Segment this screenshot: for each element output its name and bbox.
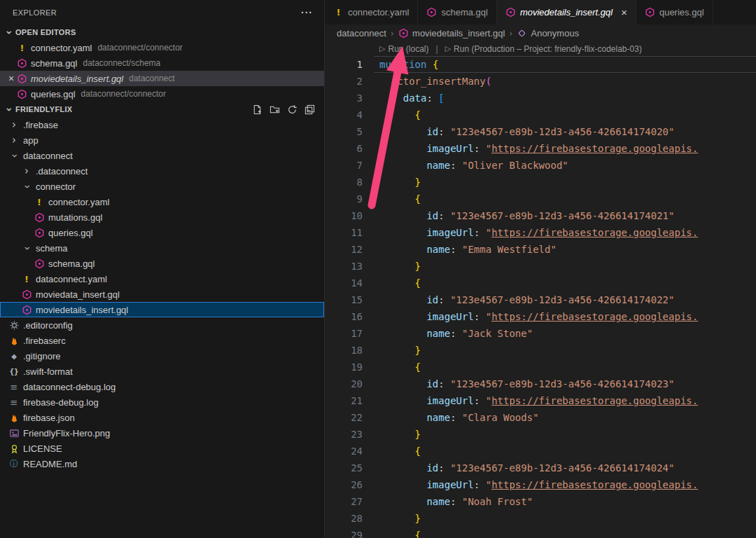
tree-item-app[interactable]: ›app bbox=[0, 132, 324, 148]
tree-item-.dataconnect[interactable]: ›.dataconnect bbox=[0, 163, 324, 179]
line-number[interactable]: 8 bbox=[325, 174, 363, 191]
tree-item-mutations.gql[interactable]: mutations.gql bbox=[0, 209, 324, 225]
line-number[interactable]: 5 bbox=[325, 123, 363, 140]
tree-item-README.md[interactable]: ⓘREADME.md bbox=[0, 456, 324, 471]
code-line[interactable]: 6 imageUrl: "https://firebasestorage.goo… bbox=[325, 140, 756, 157]
open-editor-item[interactable]: ×moviedetails_insert.gqldataconnect bbox=[0, 71, 324, 86]
line-number[interactable]: 18 bbox=[325, 342, 363, 359]
tab-schema.gql[interactable]: schema.gql bbox=[418, 0, 496, 25]
code-line[interactable]: 11 imageUrl: "https://firebasestorage.go… bbox=[325, 224, 756, 241]
code-line[interactable]: 24 { bbox=[325, 443, 756, 460]
line-number[interactable]: 21 bbox=[325, 392, 363, 409]
line-number[interactable]: 29 bbox=[325, 527, 363, 538]
workspace-header[interactable]: › FRIENDLYFLIX bbox=[0, 102, 324, 117]
line-number[interactable]: 25 bbox=[325, 460, 363, 476]
code-line[interactable]: 21 imageUrl: "https://firebasestorage.go… bbox=[325, 392, 756, 409]
more-actions-icon[interactable]: ··· bbox=[301, 7, 313, 18]
line-number[interactable]: 27 bbox=[325, 493, 363, 510]
line-number[interactable]: 1 bbox=[325, 56, 363, 73]
close-icon[interactable]: × bbox=[6, 73, 17, 84]
code-line[interactable]: 9 { bbox=[325, 191, 756, 207]
line-number[interactable]: 15 bbox=[325, 291, 363, 308]
open-editor-item[interactable]: schema.gqldataconnect/schema bbox=[0, 55, 324, 71]
tree-item-schema.gql[interactable]: schema.gql bbox=[0, 256, 324, 271]
line-number[interactable]: 11 bbox=[325, 224, 363, 241]
line-number[interactable]: 13 bbox=[325, 258, 363, 275]
code-line[interactable]: 13 } bbox=[325, 258, 756, 275]
code-line[interactable]: 10 id: "123e4567-e89b-12d3-a456-42661417… bbox=[325, 207, 756, 224]
line-number[interactable]: 3 bbox=[325, 90, 363, 106]
tab-connector.yaml[interactable]: !connector.yaml bbox=[325, 0, 418, 25]
tab-moviedetails_insert.gql[interactable]: moviedetails_insert.gql× bbox=[497, 0, 636, 25]
line-number[interactable]: 28 bbox=[325, 510, 363, 527]
tree-item-dataconnect-debug.log[interactable]: ≡dataconnect-debug.log bbox=[0, 379, 324, 394]
code-line[interactable]: 26 imageUrl: "https://firebasestorage.go… bbox=[325, 476, 756, 493]
code-line[interactable]: 8 } bbox=[325, 174, 756, 191]
breadcrumb-item[interactable]: dataconnect bbox=[337, 28, 386, 39]
line-number[interactable]: 20 bbox=[325, 375, 363, 392]
open-editor-item[interactable]: !connector.yamldataconnect/connector bbox=[0, 40, 324, 55]
run-local-link[interactable]: ▷ Run (local) bbox=[379, 41, 429, 57]
tree-item-firebase.json[interactable]: firebase.json bbox=[0, 410, 324, 425]
line-number[interactable]: 7 bbox=[325, 157, 363, 174]
line-number[interactable]: 23 bbox=[325, 426, 363, 443]
line-number[interactable]: 6 bbox=[325, 140, 363, 157]
tree-item-LICENSE[interactable]: LICENSE bbox=[0, 441, 324, 456]
close-icon[interactable]: × bbox=[621, 7, 627, 18]
tree-item-connector.yaml[interactable]: !connector.yaml bbox=[0, 194, 324, 209]
tree-item-moviedetails_insert.gql[interactable]: moviedetails_insert.gql bbox=[0, 302, 324, 317]
code-line[interactable]: 27 name: "Noah Frost" bbox=[325, 493, 756, 510]
collapse-all-button[interactable] bbox=[303, 103, 316, 116]
line-number[interactable]: 24 bbox=[325, 443, 363, 460]
line-number[interactable]: 9 bbox=[325, 191, 363, 207]
refresh-button[interactable] bbox=[286, 103, 298, 116]
line-number[interactable]: 16 bbox=[325, 308, 363, 325]
code-line[interactable]: 2 actor_insertMany( bbox=[325, 73, 756, 90]
line-number[interactable]: 14 bbox=[325, 275, 363, 291]
line-number[interactable]: 2 bbox=[325, 73, 363, 90]
code-line[interactable]: 18 } bbox=[325, 342, 756, 359]
code-line[interactable]: 16 imageUrl: "https://firebasestorage.go… bbox=[325, 308, 756, 325]
code-line[interactable]: 22 name: "Clara Woods" bbox=[325, 409, 756, 426]
line-number[interactable]: 4 bbox=[325, 106, 363, 123]
line-number[interactable]: 10 bbox=[325, 207, 363, 224]
code-line[interactable]: 25 id: "123e4567-e89b-12d3-a456-42661417… bbox=[325, 460, 756, 476]
code-line[interactable]: 29 { bbox=[325, 527, 756, 538]
code-line[interactable]: 3 data: [ bbox=[325, 90, 756, 106]
code-line[interactable]: 15 id: "123e4567-e89b-12d3-a456-42661417… bbox=[325, 291, 756, 308]
open-editor-item[interactable]: queries.gqldataconnect/connector bbox=[0, 86, 324, 102]
tree-item-.gitignore[interactable]: ◆.gitignore bbox=[0, 348, 324, 364]
editor[interactable]: ▷ Run (local) | ▷ Run (Production – Proj… bbox=[325, 41, 756, 538]
code-line[interactable]: 23 } bbox=[325, 426, 756, 443]
code-line[interactable]: 19 { bbox=[325, 359, 756, 375]
breadcrumb-item[interactable]: Anonymous bbox=[517, 28, 579, 39]
line-number[interactable]: 22 bbox=[325, 409, 363, 426]
line-number[interactable]: 12 bbox=[325, 241, 363, 258]
tree-item-moviedata_insert.gql[interactable]: moviedata_insert.gql bbox=[0, 287, 324, 302]
tab-queries.gql[interactable]: queries.gql bbox=[636, 0, 713, 25]
line-number[interactable]: 17 bbox=[325, 325, 363, 342]
code-line[interactable]: 1mutation { bbox=[325, 56, 756, 73]
run-production-link[interactable]: ▷ Run (Production – Project: friendly-fl… bbox=[445, 41, 642, 57]
open-editors-header[interactable]: › OPEN EDITORS bbox=[0, 25, 324, 40]
code-line[interactable]: 4 { bbox=[325, 106, 756, 123]
tree-item-queries.gql[interactable]: queries.gql bbox=[0, 225, 324, 240]
new-file-button[interactable] bbox=[251, 103, 263, 116]
tree-item-FriendlyFlix-Hero.png[interactable]: FriendlyFlix-Hero.png bbox=[0, 425, 324, 441]
code-line[interactable]: 12 name: "Emma Westfield" bbox=[325, 241, 756, 258]
tree-item-dataconnect.yaml[interactable]: !dataconnect.yaml bbox=[0, 271, 324, 287]
tree-item-.editorconfig[interactable]: .editorconfig bbox=[0, 317, 324, 333]
line-number[interactable]: 26 bbox=[325, 476, 363, 493]
code-line[interactable]: 14 { bbox=[325, 275, 756, 291]
tree-item-schema[interactable]: ›schema bbox=[0, 240, 324, 256]
tree-item-.firebase[interactable]: ›.firebase bbox=[0, 117, 324, 132]
code-line[interactable]: 20 id: "123e4567-e89b-12d3-a456-42661417… bbox=[325, 375, 756, 392]
code-line[interactable]: 5 id: "123e4567-e89b-12d3-a456-426614174… bbox=[325, 123, 756, 140]
code-line[interactable]: 28 } bbox=[325, 510, 756, 527]
tree-item-.swift-format[interactable]: {}.swift-format bbox=[0, 364, 324, 379]
breadcrumb-item[interactable]: moviedetails_insert.gql bbox=[398, 28, 505, 39]
code-line[interactable]: 17 name: "Jack Stone" bbox=[325, 325, 756, 342]
tree-item-dataconnect[interactable]: ›dataconnect bbox=[0, 148, 324, 163]
tree-item-firebase-debug.log[interactable]: ≡firebase-debug.log bbox=[0, 394, 324, 410]
code-line[interactable]: 7 name: "Oliver Blackwood" bbox=[325, 157, 756, 174]
